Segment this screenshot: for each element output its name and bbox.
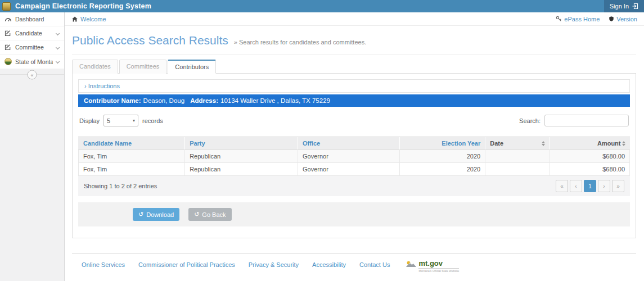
instructions-link[interactable]: › Instructions [78, 79, 630, 93]
download-label: Download [146, 211, 174, 218]
select-caret-icon: ▾ [133, 118, 135, 123]
contributor-address-value: 10134 Waller Drive , Dallas, TX 75229 [220, 97, 330, 104]
page-subtitle: » Search results for candidates and comm… [234, 39, 366, 46]
column-header-office[interactable]: Office [298, 137, 400, 150]
results-table: Candidate Name Party Office Election Yea… [78, 137, 630, 176]
pagination-first-button[interactable]: « [556, 180, 568, 192]
records-per-page-select[interactable]: 5 ▾ [103, 115, 138, 126]
pagination-page-1-button[interactable]: 1 [584, 180, 596, 192]
pagination-last-button[interactable]: » [612, 180, 624, 192]
table-footer: Showing 1 to 2 of 2 entries « ‹ 1 › » [78, 176, 630, 196]
tab-committees[interactable]: Committees [119, 60, 167, 74]
tab-candidates[interactable]: Candidates [72, 60, 118, 74]
montana-seal-icon [4, 58, 12, 66]
sidebar-item-label: Dashboard [15, 16, 60, 22]
page-title: Public Access Search Results [72, 34, 228, 47]
search-input[interactable] [544, 115, 629, 126]
sidebar-item-committee[interactable]: Committee [0, 40, 64, 55]
sign-in-icon [632, 3, 638, 10]
table-row: Fox, Tim Republican Governor 2020 $680.0… [79, 163, 630, 176]
records-label: records [142, 117, 163, 124]
cell-candidate-name: Fox, Tim [79, 163, 185, 176]
download-button[interactable]: ↺ Download [133, 208, 179, 221]
app-logo-icon [2, 2, 11, 11]
sign-in-button[interactable]: Sign In [604, 0, 644, 12]
column-header-candidate-name[interactable]: Candidate Name [79, 137, 185, 150]
footer-link-accessibility[interactable]: Accessibility [312, 261, 346, 268]
version-label: Version [616, 16, 637, 22]
cell-amount: $680.00 [550, 163, 629, 176]
pagination-next-button[interactable]: › [598, 180, 610, 192]
tab-contributors[interactable]: Contributors [168, 60, 216, 74]
mtgov-text: mt.gov [418, 260, 459, 267]
column-header-party[interactable]: Party [185, 137, 298, 150]
cell-date [485, 163, 550, 176]
home-icon [71, 16, 78, 22]
column-header-election-year[interactable]: Election Year [400, 137, 485, 150]
version-link[interactable]: Version [609, 16, 637, 22]
shield-icon [609, 16, 614, 22]
table-header-row: Candidate Name Party Office Election Yea… [79, 137, 630, 150]
mountain-icon [406, 260, 417, 268]
contributor-name-value: Deason, Doug [143, 97, 185, 104]
page-title-row: Public Access Search Results » Search re… [72, 31, 636, 55]
chevron-down-icon [56, 31, 60, 35]
contributor-address-label: Address: [190, 97, 218, 104]
chevron-down-icon [56, 60, 60, 64]
sign-in-label: Sign In [610, 3, 629, 10]
cell-candidate-name: Fox, Tim [79, 150, 185, 163]
sidebar-item-dashboard[interactable]: Dashboard [0, 12, 64, 26]
sidebar: Dashboard Candidate Committee State of M… [0, 12, 65, 281]
tab-bar: Candidates Committees Contributors [72, 59, 636, 74]
cell-office: Governor [298, 163, 400, 176]
breadcrumb[interactable]: Welcome [71, 16, 106, 22]
footer-link-privacy-security[interactable]: Privacy & Security [249, 261, 299, 268]
epass-home-link[interactable]: ePass Home [556, 16, 600, 22]
go-back-button[interactable]: ↺ Go Back [188, 208, 231, 221]
footer-link-online-services[interactable]: Online Services [82, 261, 125, 268]
cell-election-year: 2020 [400, 150, 485, 163]
contributor-info-bar: Contributor Name:Deason, DougAddress:101… [78, 94, 630, 107]
contributor-name-label: Contributor Name: [84, 97, 141, 104]
sort-icon[interactable] [542, 141, 545, 146]
mtgov-logo[interactable]: mt.gov Montana's Official State Website [406, 260, 459, 273]
display-label: Display [79, 117, 100, 124]
main-content: Welcome ePass Home Version Publ [65, 12, 644, 281]
pagination: « ‹ 1 › » [556, 180, 624, 192]
sidebar-item-label: State of Montana [15, 58, 53, 65]
instructions-label: Instructions [88, 83, 120, 89]
pencil-icon [4, 43, 12, 51]
welcome-link[interactable]: Welcome [80, 16, 106, 22]
footer-link-commissioner[interactable]: Commissioner of Political Practices [138, 261, 235, 268]
sidebar-item-state-of-montana[interactable]: State of Montana [0, 55, 64, 69]
table-row: Fox, Tim Republican Governor 2020 $680.0… [79, 150, 630, 163]
cell-amount: $680.00 [550, 150, 629, 163]
amount-header-label: Amount [597, 140, 621, 147]
app-header: Campaign Electronic Reporting System Sig… [0, 0, 644, 12]
cell-date [485, 150, 550, 163]
column-header-date[interactable]: Date [485, 137, 550, 150]
breadcrumb-bar: Welcome ePass Home Version [65, 12, 644, 26]
showing-entries-text: Showing 1 to 2 of 2 entries [84, 183, 157, 189]
contributors-panel: › Instructions Contributor Name:Deason, … [72, 74, 636, 238]
date-header-label: Date [490, 140, 503, 147]
cell-office: Governor [298, 150, 400, 163]
footer-link-contact-us[interactable]: Contact Us [359, 261, 390, 268]
sidebar-item-label: Candidate [15, 30, 53, 37]
cell-party: Republican [185, 150, 298, 163]
cell-party: Republican [185, 163, 298, 176]
records-per-page-value: 5 [107, 117, 110, 124]
site-footer: Online Services Commissioner of Politica… [72, 253, 636, 273]
chevron-down-icon [56, 45, 60, 49]
sidebar-collapse-row: « [0, 74, 64, 75]
action-button-strip: ↺ Download ↺ Go Back [78, 202, 630, 226]
mtgov-tagline: Montana's Official State Website [418, 268, 459, 273]
sidebar-collapse-button[interactable]: « [28, 70, 37, 80]
sort-icon[interactable] [622, 141, 625, 146]
pagination-prev-button[interactable]: ‹ [570, 180, 582, 192]
search-label: Search: [519, 117, 541, 124]
sidebar-item-label: Committee [15, 44, 53, 51]
sidebar-item-candidate[interactable]: Candidate [0, 26, 64, 40]
undo-arrow-icon: ↺ [138, 211, 143, 218]
column-header-amount[interactable]: Amount [550, 137, 629, 150]
